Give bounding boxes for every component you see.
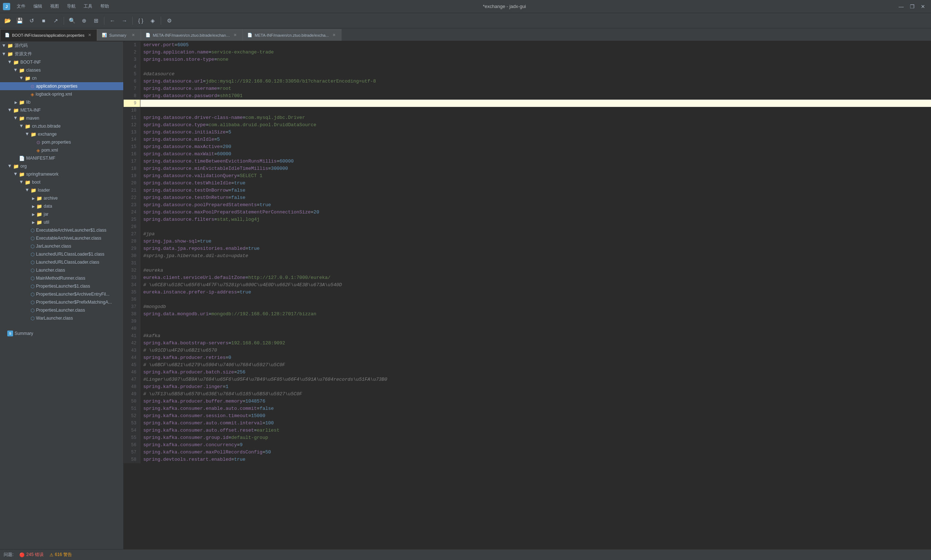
status-errors[interactable]: 🔴 245 错误 — [19, 552, 43, 558]
line-number: 19 — [124, 172, 140, 180]
sidebar-item-data[interactable]: ▶ 📁 data — [0, 202, 123, 210]
line-number: 1 — [124, 42, 140, 49]
code-row: 45# \u6BCF\u6B21\u6279\u5904\u7406\u7684… — [124, 362, 931, 369]
minimize-button[interactable]: — — [896, 2, 906, 12]
sidebar-item-code[interactable]: ▶ 📁 源代码 — [0, 42, 123, 50]
sidebar-item-boot[interactable]: ▶ 📁 boot — [0, 178, 123, 186]
sidebar-item-manifest[interactable]: ▶ 📄 MANIFEST.MF — [0, 154, 123, 162]
tab-file-icon: 📄 — [145, 33, 151, 37]
sidebar-item-springframework[interactable]: ▶ 📁 springframework — [0, 170, 123, 178]
line-content: spring.datasource.minEvictableIdleTimeMi… — [140, 165, 931, 172]
sidebar-item-util[interactable]: ▶ 📁 util — [0, 218, 123, 226]
line-content: spring.datasource.maxActive=200 — [140, 143, 931, 151]
sidebar-item-exe-arch1[interactable]: ▶ ⬡ ExecutableArchiveLauncher$1.class — [0, 226, 123, 234]
toolbar-stop[interactable]: ■ — [38, 15, 49, 26]
sidebar-item-cn[interactable]: ▶ 📁 cn — [0, 74, 123, 82]
toolbar-refresh[interactable]: ↺ — [26, 15, 37, 26]
code-row: 25spring.datasource.filters=stat,wall,lo… — [124, 216, 931, 223]
menu-tools[interactable]: 工具 — [80, 2, 96, 11]
toolbar-back[interactable]: ← — [107, 15, 118, 26]
tab-application-properties[interactable]: 📄 BOOT-INF/classes/application.propertie… — [0, 29, 97, 41]
sidebar-item-launched-url1[interactable]: ▶ ⬡ LaunchedURLClassLoader$1.class — [0, 250, 123, 258]
folder-icon: 📁 — [25, 124, 31, 129]
class-icon: ⬡ — [31, 235, 35, 241]
tab-close[interactable]: ✕ — [86, 32, 92, 38]
sidebar-item-lib[interactable]: ▶ 📁 lib — [0, 98, 123, 106]
sidebar: ▶ 📁 源代码 ▶ 📁 资源文件 ▶ 📁 BOOT-INF ▶ 📁 classe… — [0, 42, 124, 549]
sidebar-item-resource[interactable]: ▶ 📁 资源文件 — [0, 50, 123, 58]
folder-icon: 📁 — [19, 100, 25, 105]
sidebar-item-loader[interactable]: ▶ 📁 loader — [0, 186, 123, 194]
menu-help[interactable]: 帮助 — [97, 2, 113, 11]
menu-edit[interactable]: 编辑 — [30, 2, 46, 11]
maximize-button[interactable]: ❐ — [907, 2, 917, 12]
code-row: 44spring.kafka.producer.retries=0 — [124, 354, 931, 362]
sidebar-item-exe-arch[interactable]: ▶ ⬡ ExecutableArchiveLauncher.class — [0, 234, 123, 242]
sidebar-item-logback[interactable]: ▶ ◈ logback-spring.xml — [0, 90, 123, 98]
sidebar-item-pom-xml[interactable]: ▶ ◈ pom.xml — [0, 146, 123, 154]
sidebar-item-boot-inf[interactable]: ▶ 📁 BOOT-INF — [0, 58, 123, 66]
sidebar-item-summary[interactable]: ▶ S Summary — [0, 329, 123, 337]
sidebar-item-org[interactable]: ▶ 📁 org — [0, 162, 123, 170]
sidebar-item-meta-inf[interactable]: ▶ 📁 META-INF — [0, 106, 123, 114]
toolbar-config[interactable]: ⚙ — [164, 15, 175, 26]
sidebar-item-props[interactable]: ▶ ⬡ PropertiesLauncher.class — [0, 306, 123, 314]
toolbar-open[interactable]: 📂 — [2, 15, 13, 26]
line-number: 14 — [124, 136, 140, 143]
toolbar-search[interactable]: 🔍 — [66, 15, 77, 26]
editor-content[interactable]: 1server.port=60052spring.application.nam… — [124, 42, 931, 549]
sidebar-item-application-properties[interactable]: ▶ ⊙ application.properties — [0, 82, 123, 90]
sidebar-item-cn-ztuo[interactable]: ▶ 📁 cn.ztuo.bitrade — [0, 122, 123, 130]
sidebar-item-launcher[interactable]: ▶ ⬡ Launcher.class — [0, 266, 123, 274]
expand-arrow: ▶ — [13, 99, 19, 105]
toolbar-forward[interactable]: → — [119, 15, 130, 26]
status-warnings[interactable]: ⚠ 616 警告 — [49, 552, 72, 558]
toolbar-search-method[interactable]: ⊞ — [91, 15, 102, 26]
toolbar-sep3 — [132, 17, 133, 25]
folder-icon: 📁 — [36, 195, 42, 201]
tab-pom-xml[interactable]: 📄 META-INF/maven/cn.ztuo.bitrade/excha..… — [243, 29, 342, 41]
sidebar-item-launched-url[interactable]: ▶ ⬡ LaunchedURLClassLoader.class — [0, 258, 123, 266]
line-content: spring.kafka.consumer.group.id=default-g… — [140, 434, 931, 442]
sidebar-item-props-prefix[interactable]: ▶ ⬡ PropertiesLauncher$PrefixMatchingA..… — [0, 298, 123, 306]
line-content: spring.kafka.consumer.session.timeout=15… — [140, 412, 931, 420]
sidebar-item-props-arch[interactable]: ▶ ⬡ PropertiesLauncher$ArchiveEntryFil..… — [0, 290, 123, 298]
sidebar-item-main-method[interactable]: ▶ ⬡ MainMethodRunner.class — [0, 274, 123, 282]
line-number: 37 — [124, 303, 140, 311]
toolbar-smali[interactable]: { } — [135, 15, 146, 26]
toolbar-search-class[interactable]: ⊕ — [78, 15, 89, 26]
menu-file[interactable]: 文件 — [13, 2, 29, 11]
sidebar-item-label: jar — [44, 212, 48, 217]
sidebar-item-pom-properties[interactable]: ▶ ⊙ pom.properties — [0, 138, 123, 146]
tab-pom-properties[interactable]: 📄 META-INF/maven/cn.ztuo.bitrade/exchang… — [141, 29, 243, 41]
code-row: 46spring.kafka.producer.batch.size=256 — [124, 369, 931, 376]
line-content: spring.kafka.producer.retries=0 — [140, 354, 931, 362]
tab-summary[interactable]: 📊 Summary ✕ — [97, 29, 141, 41]
tab-close[interactable]: ✕ — [130, 32, 136, 38]
toolbar-export[interactable]: ↗ — [50, 15, 61, 26]
menu-navigate[interactable]: 导航 — [63, 2, 79, 11]
menu-view[interactable]: 视图 — [46, 2, 63, 11]
sidebar-item-maven[interactable]: ▶ 📁 maven — [0, 114, 123, 122]
folder-icon: 📁 — [19, 68, 25, 73]
sidebar-item-war[interactable]: ▶ ⬡ WarLauncher.class — [0, 314, 123, 322]
toolbar-bookmark[interactable]: ◈ — [147, 15, 158, 26]
tab-close[interactable]: ✕ — [331, 32, 337, 38]
sidebar-item-archive[interactable]: ▶ 📁 archive — [0, 194, 123, 202]
line-number: 7 — [124, 85, 140, 92]
tab-file-icon: 📄 — [247, 33, 252, 37]
sidebar-item-jar-launcher[interactable]: ▶ ⬡ JarLauncher.class — [0, 242, 123, 250]
sidebar-item-jar[interactable]: ▶ 📁 jar — [0, 210, 123, 218]
toolbar-save[interactable]: 💾 — [14, 15, 25, 26]
line-number: 5 — [124, 71, 140, 78]
class-icon: ⬡ — [31, 260, 35, 265]
sidebar-item-exchange-folder[interactable]: ▶ 📁 exchange — [0, 130, 123, 138]
sidebar-item-props-launcher1[interactable]: ▶ ⬡ PropertiesLauncher$1.class — [0, 282, 123, 290]
sidebar-item-classes[interactable]: ▶ 📁 classes — [0, 66, 123, 74]
line-content: spring.kafka.bootstrap-servers=192.168.6… — [140, 340, 931, 347]
menu-bar: 文件 编辑 视图 导航 工具 帮助 — [13, 2, 113, 11]
close-button[interactable]: ✕ — [918, 2, 928, 12]
code-row: 20spring.datasource.testWhileIdle=true — [124, 180, 931, 187]
tab-close[interactable]: ✕ — [232, 32, 238, 38]
line-number: 18 — [124, 165, 140, 172]
